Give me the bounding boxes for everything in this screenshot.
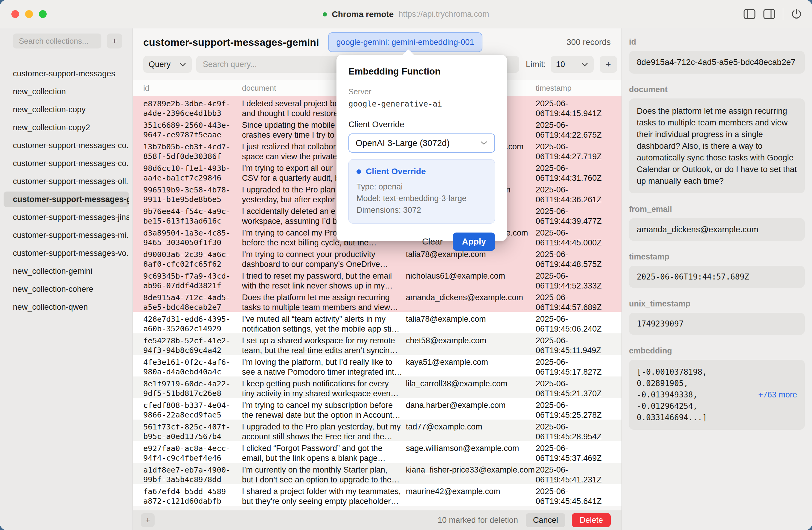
cell-from-email: dana.harber@example.com [406,398,536,420]
toggle-left-sidebar-icon[interactable] [743,9,756,20]
record-detail-panel: id 8de915a4-712c-4ad5-a5e5-bdc48ecab2e7 … [622,28,812,530]
cell-timestamp: 2025-06-06T19:45:28.954Z [536,420,622,441]
cell-id: 351c6689-2560-443e-9647-ce9787f5eaae [143,118,242,139]
cell-id: d3a89504-1a3e-4c85-9465-3034050f1f30 [143,226,242,247]
titlebar-center: Chroma remote https://api.trychroma.com [0,0,812,28]
detail-embedding-label: embedding [629,346,805,355]
client-override-selected-value: OpenAI 3-Large (3072d) [356,138,450,148]
cell-from-email: maurine42@example.com [406,484,536,506]
cell-id: 9c69345b-f7a9-43cd-ab96-07ddf4d3821f [143,269,242,290]
embedding-more-link[interactable]: +763 more [758,390,797,400]
cell-document: I’m trying to cancel my subscription bef… [242,398,406,420]
cell-timestamp: 2025-06-06T19:45:37.469Z [536,441,622,463]
cell-id: 428e7d31-edd6-4395-a60b-352062c14929 [143,312,242,333]
sidebar-collection-item[interactable]: customer-support-messages-mi... [4,227,129,243]
detail-embedding-value: [-0.0010378198, 0.02891905, -0.013949338… [637,366,753,423]
records-count: 300 records [566,38,611,47]
detail-timestamp-value: 2025-06-06T19:44:57.689Z [629,266,805,288]
cell-id: fa67efd4-b5dd-4589-a872-c121d60dabfb [143,484,242,506]
sidebar-collection-item[interactable]: new_collection-gemini [4,263,129,279]
sidebar-collection-item[interactable]: new_collection-qwen [4,299,129,315]
titlebar-divider [783,8,783,20]
sidebar-collection-item[interactable]: customer-support-messages [4,66,129,81]
cell-timestamp: 2025-06-06T19:45:17.827Z [536,355,622,376]
cell-id: e8789e2b-3dbe-4c9f-a4de-2396ce4d1bb3 [143,96,242,118]
limit-select[interactable]: 10 [551,56,594,73]
cell-timestamp: 2025-06-06T19:44:27.719Z [536,139,622,161]
cancel-button[interactable]: Cancel [526,513,565,527]
cell-timestamp: 2025-06-06T19:45:21.370Z [536,376,622,398]
table-row[interactable]: 4fe3e161-0f2c-4af6-980a-d4a0ebd40a4c I’m… [133,355,622,376]
info-model-line: Model: text-embedding-3-large [357,193,487,205]
table-row[interactable]: cfedf808-b337-4e04-9866-22a8ecd9fae5 I’m… [133,398,622,420]
cell-from-email: talia78@example.com [406,312,536,333]
search-collections-input[interactable] [13,33,101,48]
sidebar-collection-item[interactable]: new_collection-copy [4,102,129,117]
cell-id: 13b7b05b-eb3f-4cd7-858f-5df0de30386f [143,139,242,161]
cell-from-email: kaya51@example.com [406,355,536,376]
cell-id: d90003a6-2c39-4a6c-8af0-cfc02fc65f62 [143,247,242,269]
cell-document: I set up a shared workspace for my remot… [242,333,406,355]
chevron-down-icon [581,62,588,67]
collection-title: customer-support-messages-gemini [143,37,319,48]
cell-timestamp: 2025-06-06T19:45:41.231Z [536,463,622,484]
sidebar-collection-item[interactable]: new_collection [4,84,129,99]
add-column-button[interactable]: + [600,56,617,73]
table-row[interactable]: 428e7d31-edd6-4395-a60b-352062c14929 I’v… [133,312,622,333]
detail-id-label: id [629,38,805,47]
detail-from-email-label: from_email [629,205,805,214]
cell-timestamp: 2025-06-06T19:44:39.477Z [536,204,622,226]
table-row[interactable]: a1df8ee7-eb7a-4900-99bf-3a5b4c8978dd I’m… [133,463,622,484]
toggle-right-sidebar-icon[interactable] [763,9,775,20]
table-row[interactable]: 561f73cf-825c-407f-b95c-a0ed137567b4 I u… [133,420,622,441]
table-row[interactable]: 8e1f9719-60de-4a22-9df5-51bd817c26e8 I k… [133,376,622,398]
delete-button[interactable]: Delete [572,513,611,527]
clear-button[interactable]: Clear [422,237,443,247]
cell-document: I tried to reset my password, but the em… [242,269,406,290]
column-header-id: id [143,83,242,93]
add-collection-button[interactable]: + [107,33,122,48]
table-row[interactable]: fe54278b-52cf-41e2-94f3-94b8c69c4a42 I s… [133,333,622,355]
table-row[interactable]: 8de915a4-712c-4ad5-a5e5-bdc48ecab2e7 Doe… [133,290,622,312]
table-row[interactable]: fa67efd4-b5dd-4589-a872-c121d60dabfb I s… [133,484,622,506]
server-value: google-generative-ai [348,99,495,108]
cell-from-email: tad77@example.com [406,420,536,441]
column-header-timestamp: timestamp [536,83,622,93]
cell-from-email: nicholaus61@example.com [406,269,536,290]
sidebar-collection-item[interactable]: new_collection-cohere [4,281,129,297]
cell-timestamp: 2025-06-06T19:45:25.278Z [536,398,622,420]
detail-from-email-value: amanda_dickens@example.com [629,218,805,241]
cell-document: I upgraded to the Pro plan yesterday, bu… [242,420,406,441]
cell-timestamp: 2025-06-06T19:45:11.949Z [536,333,622,355]
server-url: https://api.trychroma.com [398,10,489,19]
cell-timestamp: 2025-06-06T19:44:57.689Z [536,290,622,312]
cell-id: cfedf808-b337-4e04-9866-22a8ecd9fae5 [143,398,242,420]
sidebar-collection-item[interactable]: customer-support-messages-oll... [4,173,129,189]
cell-id: fe54278b-52cf-41e2-94f3-94b8c69c4a42 [143,333,242,355]
cell-document: I’m currently on the monthly Starter pla… [242,463,406,484]
limit-label: Limit: [526,59,546,69]
apply-button[interactable]: Apply [453,233,495,251]
sidebar-collection-item[interactable]: customer-support-messages-g... [4,192,129,207]
cell-timestamp: 2025-06-06T19:45:06.240Z [536,312,622,333]
client-override-select[interactable]: OpenAI 3-Large (3072d) [348,134,495,153]
client-override-dot-icon [357,169,361,174]
cell-document: I clicked “Forgot Password” and got thee… [242,441,406,463]
sidebar-collection-item[interactable]: customer-support-messages-co... [4,138,129,153]
app-window: Chroma remote https://api.trychroma.com … [0,0,812,530]
query-mode-select[interactable]: Query [143,56,192,73]
table-row[interactable]: 9c69345b-f7a9-43cd-ab96-07ddf4d3821f I t… [133,269,622,290]
cell-timestamp: 2025-06-06T19:44:36.261Z [536,183,622,204]
cell-id: 98d6cc10-f1e1-493b-aa4e-ba1cf7c29846 [143,161,242,183]
connection-status-icon [323,12,327,16]
embedding-function-badge[interactable]: google-gemini: gemini-embedding-001 [328,32,483,52]
sidebar-collection-item[interactable]: customer-support-messages-jina [4,209,129,225]
power-disconnect-icon[interactable] [791,8,802,20]
sidebar-collection-item[interactable]: new_collection-copy2 [4,120,129,135]
add-record-button[interactable]: + [141,513,155,527]
footer-bar: + 10 marked for deletion Cancel Delete [133,510,622,530]
detail-unix-timestamp-value: 1749239097 [629,313,805,335]
sidebar-collection-item[interactable]: customer-support-messages-co... [4,156,129,171]
table-row[interactable]: e927faa0-ac8a-4ecc-94f4-c9c4fbef4e46 I c… [133,441,622,463]
sidebar-collection-item[interactable]: customer-support-messages-vo... [4,246,129,261]
